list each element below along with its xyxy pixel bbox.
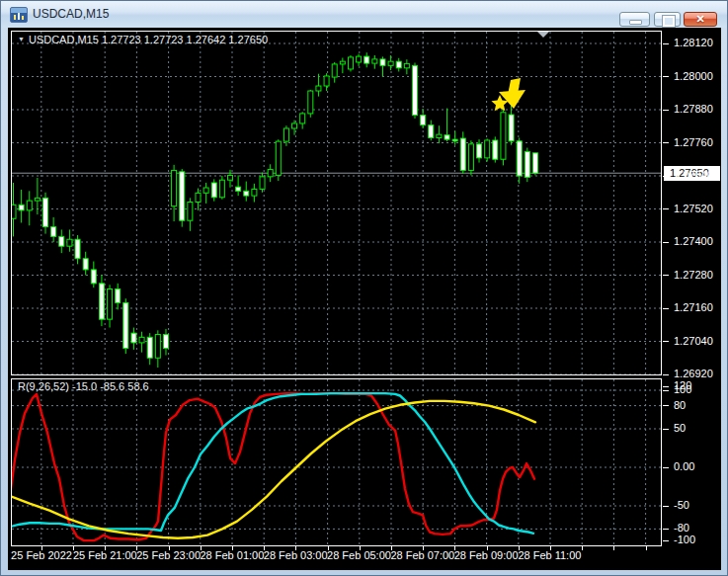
collapse-triangle-icon[interactable]: ▼ [18, 36, 25, 42]
time-axis-label: 28 Feb 11:00 [518, 549, 581, 561]
price-axis-label: 1.28120 [674, 37, 713, 48]
close-icon: ✕ [685, 13, 716, 26]
indicator-axis-label: -80 [674, 522, 689, 534]
price-axis-label: 1.28000 [674, 70, 713, 82]
indicator-axis-tick [663, 467, 669, 468]
time-axis-label: 28 Feb 07:00 [390, 549, 454, 561]
indicator-axis-tick [663, 405, 669, 406]
price-axis-tick [663, 176, 669, 177]
price-axis-label: 1.27760 [674, 136, 713, 148]
time-axis-label: 25 Feb 21:00 [73, 549, 137, 561]
time-axis-label: 25 Feb 2022 [11, 549, 72, 561]
main-chart-panel[interactable]: ▼USDCAD,M15 1.27723 1.27723 1.27642 1.27… [11, 31, 662, 375]
chart-ohlc-text: USDCAD,M15 1.27723 1.27723 1.27642 1.276… [29, 34, 268, 45]
time-axis-label: 25 Feb 23:00 [136, 549, 201, 561]
price-axis-label: 1.27280 [674, 269, 713, 281]
chart-window-icon [10, 7, 28, 23]
price-axis-label: 1.27640 [674, 169, 713, 181]
window-titlebar[interactable]: USDCAD,M15 ✕ [1, 1, 727, 28]
close-button[interactable]: ✕ [684, 12, 717, 27]
restore-button[interactable] [654, 12, 681, 27]
indicator-axis-tick [663, 386, 669, 387]
time-axis-tick [613, 546, 614, 550]
mt4-chart-window: USDCAD,M15 ✕ ▼USDCAD,M15 1.27723 1.27723… [0, 0, 728, 576]
indicator-axis-tick [663, 540, 669, 541]
price-axis-label: 1.26920 [674, 368, 713, 379]
minimize-button[interactable] [619, 12, 650, 27]
time-axis-label: 28 Feb 05:00 [327, 549, 391, 561]
price-axis-tick [663, 110, 669, 111]
indicator-axis-tick [663, 506, 669, 507]
price-axis-tick [663, 76, 669, 77]
time-axis-label: 28 Feb 09:00 [454, 549, 519, 561]
indicator-axis-tick [663, 529, 669, 530]
time-axis-label: 28 Feb 03:00 [264, 549, 328, 561]
indicator-axis-label: 0.00 [674, 460, 694, 472]
time-axis-tick [646, 546, 647, 550]
restore-icon [663, 16, 675, 27]
indicator-panel[interactable]: R(9,26,52) -15.0 -85.6 58.6 [11, 378, 662, 546]
price-axis-label: 1.27880 [674, 103, 713, 115]
price-axis-tick [663, 43, 669, 44]
price-axis-tick [663, 142, 669, 143]
price-axis-label: 1.27160 [674, 301, 713, 313]
indicator-axis-label: 80 [674, 399, 686, 411]
indicator-axis-label: 100 [674, 383, 691, 395]
price-axis-tick [663, 275, 669, 276]
price-axis-tick [663, 308, 669, 309]
indicator-axis-tick [663, 390, 669, 391]
indicator-label: R(9,26,52) -15.0 -85.6 58.6 [18, 380, 149, 392]
indicator-canvas[interactable] [12, 379, 661, 545]
time-axis-label: 28 Feb 01:00 [200, 549, 264, 561]
indicator-axis-tick [663, 429, 669, 430]
price-axis-label: 1.27040 [674, 335, 713, 347]
chart-client-area: ▼USDCAD,M15 1.27723 1.27723 1.27642 1.27… [8, 28, 721, 570]
indicator-axis-label: -50 [674, 499, 689, 511]
indicator-axis-label: 50 [674, 422, 686, 434]
chart-header: ▼USDCAD,M15 1.27723 1.27723 1.27642 1.27… [18, 34, 268, 45]
price-axis-tick [663, 242, 669, 243]
price-chart-canvas[interactable] [12, 32, 661, 374]
price-axis-tick [663, 208, 669, 209]
indicator-axis-label: -100 [674, 534, 695, 545]
minimize-icon [629, 20, 642, 25]
price-axis-label: 1.27400 [674, 235, 713, 247]
price-axis-tick [663, 374, 669, 375]
price-axis-tick [663, 341, 669, 342]
price-axis-label: 1.27520 [674, 203, 713, 214]
time-axis-tick [582, 546, 583, 550]
window-title: USDCAD,M15 [33, 7, 109, 21]
